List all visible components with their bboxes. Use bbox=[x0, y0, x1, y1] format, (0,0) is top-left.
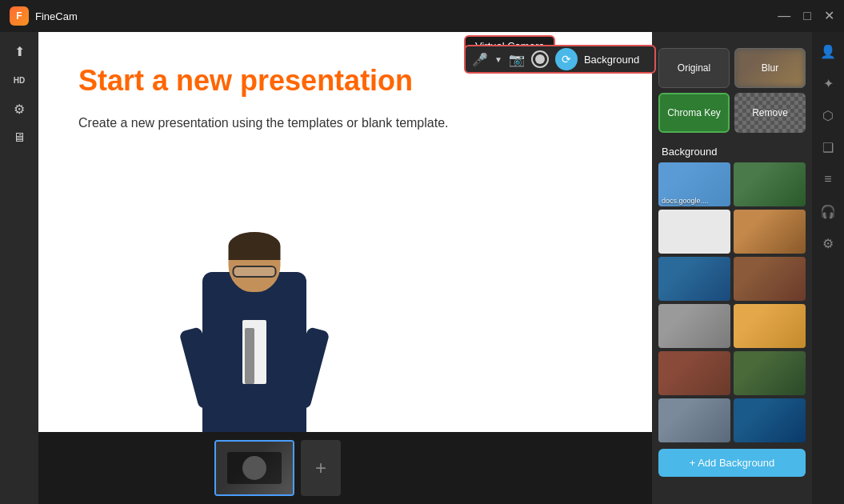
blur-label: Blur bbox=[762, 62, 778, 74]
bg-thumb-white[interactable] bbox=[658, 210, 730, 254]
video-area: Start a new presentation Create a new pr… bbox=[38, 32, 652, 504]
record-button[interactable] bbox=[531, 50, 549, 68]
bg-thumb-last1[interactable] bbox=[658, 398, 730, 442]
person-tie bbox=[245, 328, 254, 384]
record-inner bbox=[535, 54, 545, 64]
bg-grid: docs.google.... bbox=[652, 162, 812, 442]
effect-buttons: Original Blur Chroma Key Remove bbox=[652, 48, 812, 139]
main-content: ⬆ HD ⚙ 🖥 Start a new presentation Create… bbox=[0, 32, 844, 504]
right-icons-sidebar: 👤 ✦ ⬡ ❑ ≡ 🎧 ⚙ bbox=[812, 32, 844, 504]
bg-thumb-underwater[interactable] bbox=[734, 398, 806, 442]
presenter-figure bbox=[150, 208, 358, 432]
titlebar-controls: — □ ✕ bbox=[778, 10, 834, 22]
camera-controls[interactable]: 🎤 ▼ 📷 ⟳ Background bbox=[464, 45, 656, 74]
original-label: Original bbox=[678, 62, 710, 74]
titlebar: F FineCam — □ ✕ bbox=[0, 0, 844, 32]
import-icon[interactable]: ⬆ bbox=[6, 38, 32, 64]
headset-icon[interactable]: 🎧 bbox=[815, 198, 841, 224]
blur-effect-button[interactable]: Blur bbox=[734, 48, 806, 88]
bg-thumb-label-docs: docs.google.... bbox=[662, 197, 709, 205]
remove-effect-button[interactable]: Remove bbox=[734, 93, 806, 133]
bg-section-header: Background bbox=[652, 139, 812, 162]
chroma-label: Chroma Key bbox=[667, 107, 721, 118]
microphone-icon[interactable]: 🎤 bbox=[472, 52, 488, 67]
bg-thumb-desert[interactable] bbox=[734, 304, 806, 348]
remove-label: Remove bbox=[752, 107, 788, 118]
bg-thumb-cafe[interactable] bbox=[734, 257, 806, 301]
bg-thumb-room[interactable] bbox=[734, 162, 806, 206]
titlebar-left: F FineCam bbox=[10, 6, 78, 26]
mic-dropdown-icon[interactable]: ▼ bbox=[494, 55, 502, 64]
add-background-button[interactable]: + Add Background bbox=[658, 449, 806, 477]
right-panel: Original Blur Chroma Key Remove Backgrou… bbox=[652, 32, 812, 504]
chroma-key-button[interactable]: Chroma Key bbox=[658, 93, 730, 133]
bg-thumb-ocean[interactable] bbox=[658, 257, 730, 301]
thumbnail-inner-1 bbox=[216, 442, 293, 494]
bg-thumb-indoor[interactable] bbox=[658, 304, 730, 348]
bg-thumb-forest[interactable] bbox=[734, 351, 806, 395]
settings-icon[interactable]: ⚙ bbox=[6, 96, 32, 122]
person-hair bbox=[229, 232, 281, 260]
app-icon: F bbox=[10, 6, 29, 26]
bg-thumb-paris[interactable] bbox=[734, 210, 806, 254]
maximize-button[interactable]: □ bbox=[803, 10, 811, 22]
person-glasses bbox=[233, 266, 277, 278]
add-slide-button[interactable]: + bbox=[301, 440, 341, 496]
bg-thumb-docs[interactable]: docs.google.... bbox=[658, 162, 730, 206]
virtual-camera-button[interactable]: ⟳ bbox=[555, 48, 578, 70]
left-sidebar: ⬆ HD ⚙ 🖥 bbox=[0, 32, 38, 504]
bg-label: Background bbox=[584, 54, 639, 66]
layers-icon[interactable]: ❑ bbox=[815, 134, 841, 160]
close-button[interactable]: ✕ bbox=[824, 10, 834, 22]
profile-icon[interactable]: 👤 bbox=[815, 38, 841, 64]
camera-settings-icon[interactable]: ⚙ bbox=[815, 230, 841, 256]
thumbnail-strip: + bbox=[38, 432, 652, 504]
slide-thumbnail-1[interactable] bbox=[214, 440, 294, 496]
sticker-icon[interactable]: ⬡ bbox=[815, 102, 841, 128]
camera-snapshot-icon[interactable]: 📷 bbox=[509, 52, 525, 67]
bg-thumb-brick[interactable] bbox=[658, 351, 730, 395]
hd-icon[interactable]: HD bbox=[6, 67, 32, 93]
app-title: FineCam bbox=[35, 10, 78, 22]
effects-icon[interactable]: ✦ bbox=[815, 70, 841, 96]
screen-icon[interactable]: 🖥 bbox=[6, 125, 32, 150]
video-preview: Start a new presentation Create a new pr… bbox=[38, 32, 652, 432]
minimize-button[interactable]: — bbox=[778, 10, 790, 22]
panel-header bbox=[652, 32, 812, 48]
presentation-subtitle: Create a new presentation using the temp… bbox=[78, 114, 612, 133]
sliders-icon[interactable]: ≡ bbox=[815, 166, 841, 192]
original-effect-button[interactable]: Original bbox=[658, 48, 730, 88]
